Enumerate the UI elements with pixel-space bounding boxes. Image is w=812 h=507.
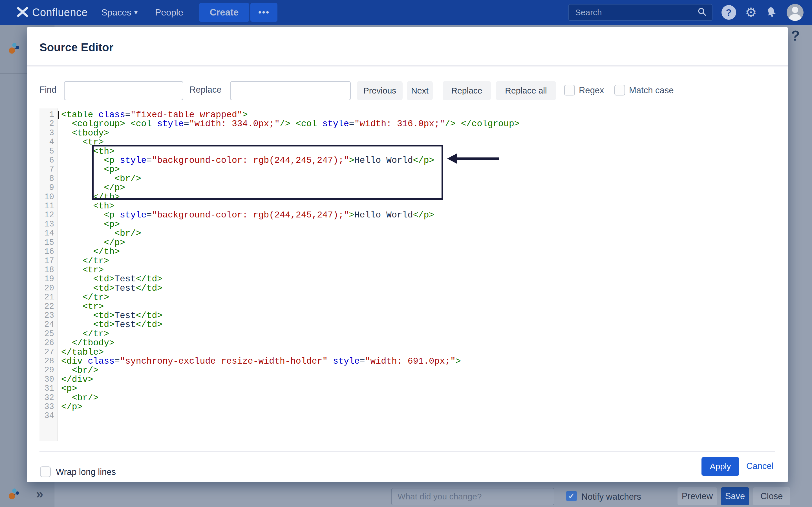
- line-number: 26: [40, 339, 57, 348]
- line-number: 23: [40, 311, 57, 320]
- line-number: 29: [40, 366, 57, 375]
- line-number: 18: [40, 266, 57, 275]
- code-line[interactable]: <td>Test</td>: [61, 311, 776, 320]
- notifications-button[interactable]: [765, 5, 778, 19]
- code-line[interactable]: </table>: [61, 348, 776, 357]
- code-line[interactable]: <br/>: [61, 229, 776, 238]
- nav-people[interactable]: People: [155, 7, 183, 18]
- line-number: 2: [40, 119, 57, 128]
- sidebar-expand-icon[interactable]: »: [36, 486, 43, 501]
- line-number: 16: [40, 247, 57, 256]
- line-number: 12: [40, 211, 57, 220]
- code-line[interactable]: <p>: [61, 384, 776, 393]
- line-number: 28: [40, 357, 57, 366]
- wrap-long-lines-checkbox[interactable]: [40, 466, 51, 477]
- notify-watchers-label: Notify watchers: [581, 492, 641, 502]
- bell-icon: [765, 5, 778, 19]
- find-input[interactable]: [64, 81, 183, 100]
- code-line[interactable]: <tbody>: [61, 129, 776, 138]
- code-line[interactable]: <p>: [61, 220, 776, 229]
- code-line[interactable]: </p>: [61, 238, 776, 247]
- code-line[interactable]: <table class="fixed-table wrapped">: [61, 110, 776, 119]
- code-line[interactable]: <p>: [61, 165, 776, 174]
- code-line[interactable]: </th>: [61, 247, 776, 256]
- nav-spaces-label: Spaces: [101, 7, 132, 18]
- line-number: 5: [40, 147, 57, 156]
- code-line[interactable]: </tr>: [61, 257, 776, 266]
- code-line[interactable]: <br/>: [61, 393, 776, 402]
- line-number: 17: [40, 257, 57, 266]
- replace-button[interactable]: Replace: [443, 81, 491, 100]
- user-avatar[interactable]: [786, 4, 804, 21]
- search-input[interactable]: [575, 8, 697, 17]
- help-button[interactable]: ?: [721, 5, 736, 20]
- confluence-mark-icon: [16, 6, 29, 19]
- code-line[interactable]: <p style="background-color: rgb(244,245,…: [61, 211, 776, 220]
- notify-watchers-checkbox[interactable]: ✓: [566, 491, 577, 501]
- page-help-icon[interactable]: ?: [791, 27, 800, 44]
- regex-checkbox[interactable]: [564, 85, 575, 96]
- close-button[interactable]: Close: [753, 487, 790, 505]
- change-comment-input[interactable]: [391, 488, 554, 505]
- top-nav: Confluence Spaces ▾ People Create ••• ? …: [0, 0, 812, 25]
- create-button[interactable]: Create: [199, 3, 250, 22]
- code-line[interactable]: </tr>: [61, 293, 776, 302]
- line-number: 24: [40, 320, 57, 329]
- line-number: 11: [40, 202, 57, 211]
- line-number: 9: [40, 183, 57, 192]
- chevron-down-icon: ▾: [134, 8, 138, 16]
- code-line[interactable]: </th>: [61, 193, 776, 202]
- code-line[interactable]: </tr>: [61, 330, 776, 339]
- line-number: 19: [40, 275, 57, 284]
- line-number: 25: [40, 330, 57, 339]
- source-editor-dialog: Source Editor Find Replace Previous Next…: [27, 27, 788, 482]
- line-number: 31: [40, 384, 57, 393]
- code-line[interactable]: <br/>: [61, 366, 776, 375]
- replace-all-button[interactable]: Replace all: [496, 81, 556, 100]
- line-number: 34: [40, 411, 57, 420]
- find-label: Find: [40, 85, 56, 95]
- code-line[interactable]: <tr>: [61, 302, 776, 311]
- code-line[interactable]: </tbody>: [61, 339, 776, 348]
- code-line[interactable]: <td>Test</td>: [61, 284, 776, 293]
- code-line[interactable]: <th>: [61, 147, 776, 156]
- gutter: 1234567891011121314151617181920212223242…: [40, 108, 58, 441]
- match-case-checkbox[interactable]: [614, 85, 625, 96]
- previous-button[interactable]: Previous: [357, 81, 403, 100]
- next-button[interactable]: Next: [407, 81, 433, 100]
- code-line[interactable]: </div>: [61, 375, 776, 384]
- code-line[interactable]: <tr>: [61, 266, 776, 275]
- line-number: 22: [40, 302, 57, 311]
- replace-input[interactable]: [230, 81, 351, 100]
- code-editor[interactable]: 1234567891011121314151617181920212223242…: [40, 108, 776, 441]
- nav-spaces[interactable]: Spaces ▾: [101, 7, 138, 18]
- match-case-label: Match case: [629, 86, 674, 96]
- code-line[interactable]: [61, 411, 776, 420]
- search-box[interactable]: [568, 4, 712, 21]
- code-lines[interactable]: <table class="fixed-table wrapped"> <col…: [59, 108, 776, 441]
- preview-button[interactable]: Preview: [677, 487, 717, 505]
- code-line[interactable]: <colgroup> <col style="width: 334.0px;"/…: [61, 119, 776, 128]
- line-number: 7: [40, 165, 57, 174]
- settings-button[interactable]: ⚙: [745, 6, 757, 19]
- code-line[interactable]: <th>: [61, 202, 776, 211]
- confluence-logo[interactable]: Confluence: [16, 6, 88, 19]
- space-logo-icon[interactable]: [8, 488, 21, 503]
- line-number: 21: [40, 293, 57, 302]
- code-line[interactable]: <br/>: [61, 174, 776, 183]
- code-line[interactable]: <td>Test</td>: [61, 320, 776, 329]
- brand-title: Confluence: [32, 6, 88, 18]
- code-line[interactable]: </p>: [61, 402, 776, 411]
- cancel-button[interactable]: Cancel: [746, 461, 774, 471]
- save-button[interactable]: Save: [721, 487, 749, 505]
- apply-button[interactable]: Apply: [702, 457, 739, 476]
- more-button[interactable]: •••: [250, 3, 277, 22]
- code-line[interactable]: </p>: [61, 183, 776, 192]
- search-icon[interactable]: [697, 7, 707, 18]
- code-line[interactable]: <tr>: [61, 138, 776, 147]
- code-line[interactable]: <td>Test</td>: [61, 275, 776, 284]
- code-line[interactable]: <p style="background-color: rgb(244,245,…: [61, 156, 776, 165]
- line-number: 27: [40, 348, 57, 357]
- code-line[interactable]: <div class="synchrony-exclude resize-wid…: [61, 357, 776, 366]
- space-logo-icon[interactable]: [8, 42, 21, 57]
